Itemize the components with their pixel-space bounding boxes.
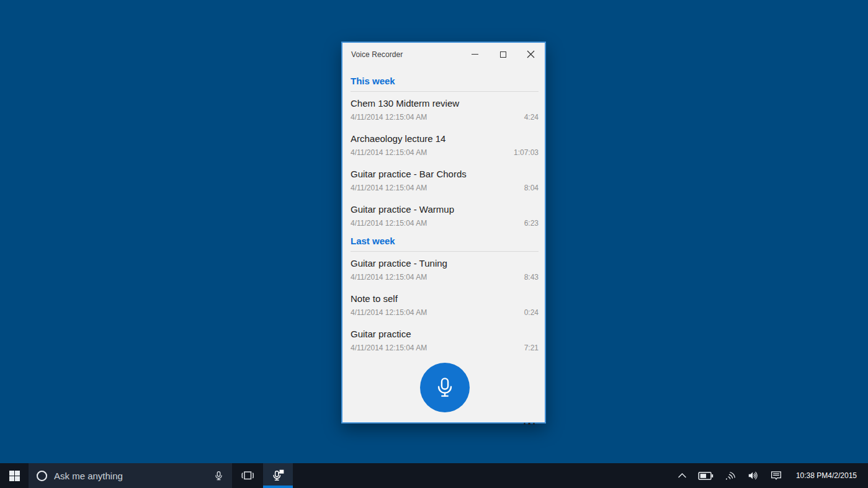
see-more-button[interactable] bbox=[521, 420, 538, 428]
search-input[interactable] bbox=[54, 471, 207, 481]
system-tray: 10:38 PM 4/2/2015 bbox=[676, 463, 868, 488]
window-title: Voice Recorder bbox=[351, 50, 403, 59]
maximize-icon bbox=[500, 51, 506, 58]
record-button[interactable] bbox=[420, 363, 470, 412]
window-controls bbox=[461, 43, 545, 66]
voice-recorder-icon bbox=[271, 469, 285, 482]
minimize-button[interactable] bbox=[461, 43, 489, 66]
wifi-button[interactable] bbox=[723, 469, 737, 482]
battery-button[interactable] bbox=[697, 470, 715, 482]
recording-datetime: 4/11/2014 12:15:04 AM bbox=[351, 113, 427, 122]
taskbar-empty-area bbox=[293, 463, 676, 488]
recording-item[interactable]: Guitar practice 4/11/2014 12:15:04 AM 7:… bbox=[351, 322, 539, 358]
recording-item[interactable]: Guitar practice - Warmup 4/11/2014 12:15… bbox=[351, 198, 539, 233]
recording-item[interactable]: Chem 130 Midterm review 4/11/2014 12:15:… bbox=[351, 92, 539, 127]
recording-title: Guitar practice bbox=[351, 328, 539, 340]
recording-item[interactable]: Guitar practice - Bar Chords 4/11/2014 1… bbox=[351, 162, 539, 198]
recording-datetime: 4/11/2014 12:15:04 AM bbox=[351, 308, 427, 317]
microphone-icon bbox=[433, 376, 457, 399]
chevron-up-icon bbox=[677, 471, 687, 480]
section-header-this-week: This week bbox=[351, 76, 539, 92]
action-center-button[interactable] bbox=[769, 469, 784, 482]
wifi-icon bbox=[723, 471, 736, 481]
cortana-icon bbox=[37, 471, 47, 481]
action-center-icon bbox=[770, 470, 782, 481]
recording-title: Guitar practice - Bar Chords bbox=[351, 168, 539, 180]
recordings-list: This week Chem 130 Midterm review 4/11/2… bbox=[342, 76, 545, 433]
clock-date: 4/2/2015 bbox=[828, 471, 857, 480]
section-header-last-week: Last week bbox=[351, 236, 539, 252]
recording-datetime: 4/11/2014 12:15:04 AM bbox=[351, 184, 427, 193]
search-microphone-icon[interactable] bbox=[213, 471, 224, 481]
recording-duration: 8:04 bbox=[524, 184, 539, 193]
recording-item[interactable]: Guitar practice - Tuning 4/11/2014 12:15… bbox=[351, 252, 539, 287]
close-button[interactable] bbox=[517, 43, 545, 66]
recording-duration: 6:23 bbox=[524, 219, 539, 228]
recording-datetime: 4/11/2014 12:15:04 AM bbox=[351, 344, 427, 353]
recording-duration: 8:43 bbox=[524, 273, 539, 282]
taskbar-voice-recorder-button[interactable] bbox=[263, 463, 293, 488]
maximize-button[interactable] bbox=[489, 43, 517, 66]
volume-button[interactable] bbox=[745, 469, 761, 482]
cortana-search-box[interactable] bbox=[29, 463, 232, 488]
recording-item[interactable]: Archaeology lecture 14 4/11/2014 12:15:0… bbox=[351, 127, 539, 162]
show-hidden-icons-button[interactable] bbox=[676, 470, 689, 481]
recording-datetime: 4/11/2014 12:15:04 AM bbox=[351, 273, 427, 282]
recording-item[interactable]: Note to self 4/11/2014 12:15:04 AM 0:24 bbox=[351, 287, 539, 322]
windows-logo-icon bbox=[9, 471, 20, 481]
recording-title: Guitar practice - Warmup bbox=[351, 203, 539, 215]
task-view-button[interactable] bbox=[232, 463, 263, 488]
recording-title: Chem 130 Midterm review bbox=[351, 97, 539, 109]
close-icon bbox=[527, 50, 535, 58]
active-app-indicator bbox=[263, 486, 293, 488]
volume-icon bbox=[746, 470, 759, 481]
recording-title: Guitar practice - Tuning bbox=[351, 257, 539, 269]
recording-duration: 0:24 bbox=[524, 308, 539, 317]
recording-duration: 1:07:03 bbox=[514, 148, 539, 157]
ellipsis-icon bbox=[524, 423, 526, 425]
task-view-icon bbox=[241, 469, 254, 482]
clock-time: 10:38 PM bbox=[796, 471, 828, 480]
minimize-icon bbox=[472, 54, 478, 55]
recording-duration: 4:24 bbox=[524, 113, 539, 122]
clock[interactable]: 10:38 PM 4/2/2015 bbox=[795, 470, 858, 481]
start-button[interactable] bbox=[0, 463, 29, 488]
battery-icon bbox=[698, 471, 714, 481]
voice-recorder-window: Voice Recorder This week Chem 130 Midter… bbox=[341, 42, 546, 424]
recording-title: Archaeology lecture 14 bbox=[351, 133, 539, 144]
taskbar: 10:38 PM 4/2/2015 bbox=[0, 463, 868, 488]
recording-datetime: 4/11/2014 12:15:04 AM bbox=[351, 148, 427, 157]
titlebar[interactable]: Voice Recorder bbox=[342, 43, 545, 66]
recording-datetime: 4/11/2014 12:15:04 AM bbox=[351, 219, 427, 228]
recording-title: Note to self bbox=[351, 293, 539, 304]
recording-duration: 7:21 bbox=[524, 344, 539, 353]
